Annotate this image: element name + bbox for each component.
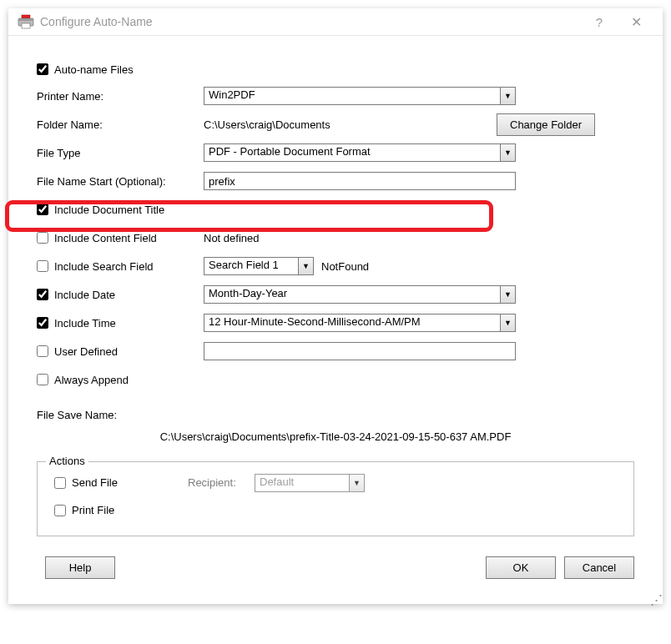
send-file-checkbox[interactable]: Send File bbox=[54, 476, 188, 489]
change-folder-button[interactable]: Change Folder bbox=[497, 113, 595, 136]
user-defined-input[interactable] bbox=[204, 342, 516, 360]
include-time-checkbox[interactable]: Include Time bbox=[37, 317, 204, 330]
include-content-checkbox[interactable]: Include Content Field bbox=[37, 232, 204, 244]
svg-rect-3 bbox=[18, 18, 33, 21]
ok-button[interactable]: OK bbox=[486, 556, 556, 579]
chevron-down-icon[interactable]: ▼ bbox=[500, 314, 515, 331]
actions-group: Actions Send File Recipient: Default ▼ P… bbox=[37, 461, 634, 536]
actions-legend: Actions bbox=[46, 455, 88, 467]
printer-combo[interactable]: Win2PDF ▼ bbox=[204, 87, 516, 105]
printer-label: Printer Name: bbox=[37, 90, 204, 103]
include-search-checkbox[interactable]: Include Search Field bbox=[37, 260, 204, 273]
autoname-checkbox[interactable]: Auto-name Files bbox=[37, 63, 204, 76]
user-defined-checkbox[interactable]: User Defined bbox=[37, 345, 204, 358]
file-save-name-preview: C:\Users\craig\Documents\prefix-Title-03… bbox=[37, 423, 634, 458]
folder-value: C:\Users\craig\Documents bbox=[204, 118, 330, 131]
always-append-checkbox[interactable]: Always Append bbox=[37, 374, 204, 386]
include-title-checkbox[interactable]: Include Document Title bbox=[37, 204, 204, 216]
folder-label: Folder Name: bbox=[37, 118, 204, 131]
date-format-combo[interactable]: Month-Day-Year ▼ bbox=[204, 285, 516, 304]
chevron-down-icon[interactable]: ▼ bbox=[298, 258, 313, 274]
search-field-status: NotFound bbox=[321, 260, 369, 273]
content-field-value: Not defined bbox=[204, 232, 260, 244]
filetype-label: File Type bbox=[37, 147, 204, 159]
titlebar[interactable]: Configure Auto-Name ? ✕ bbox=[8, 8, 663, 36]
recipient-label: Recipient: bbox=[188, 476, 255, 489]
include-date-checkbox[interactable]: Include Date bbox=[37, 289, 204, 301]
chevron-down-icon[interactable]: ▼ bbox=[500, 144, 515, 161]
filename-start-label: File Name Start (Optional): bbox=[37, 175, 204, 188]
svg-rect-2 bbox=[22, 23, 30, 28]
close-icon[interactable]: ✕ bbox=[618, 14, 654, 30]
printer-icon bbox=[17, 14, 35, 29]
dialog-window: Configure Auto-Name ? ✕ Auto-name Files … bbox=[8, 8, 663, 604]
cancel-button[interactable]: Cancel bbox=[564, 556, 634, 579]
recipient-combo: Default ▼ bbox=[255, 474, 365, 492]
filename-start-input[interactable] bbox=[204, 172, 516, 190]
dialog-content: Auto-name Files Printer Name: Win2PDF ▼ … bbox=[8, 36, 663, 596]
file-save-name-label: File Save Name: bbox=[37, 394, 634, 423]
time-format-combo[interactable]: 12 Hour-Minute-Second-Millisecond-AM/PM … bbox=[204, 314, 516, 332]
help-button[interactable]: Help bbox=[45, 556, 115, 579]
resize-grip-icon[interactable]: ⋰ bbox=[8, 596, 663, 604]
window-title: Configure Auto-Name bbox=[40, 15, 153, 28]
svg-rect-0 bbox=[22, 15, 30, 18]
chevron-down-icon[interactable]: ▼ bbox=[500, 286, 515, 303]
chevron-down-icon[interactable]: ▼ bbox=[500, 88, 515, 104]
search-field-combo[interactable]: Search Field 1 ▼ bbox=[204, 257, 314, 275]
chevron-down-icon: ▼ bbox=[349, 475, 364, 491]
filetype-combo[interactable]: PDF - Portable Document Format ▼ bbox=[204, 143, 516, 162]
print-file-checkbox[interactable]: Print File bbox=[54, 504, 188, 516]
help-icon[interactable]: ? bbox=[581, 15, 618, 29]
